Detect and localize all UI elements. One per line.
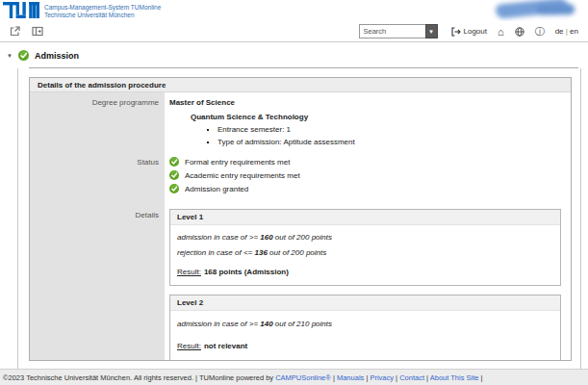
result-label: Result: xyxy=(177,342,201,350)
status-label: Status xyxy=(30,157,165,197)
status-item-label: Academic entry requirements met xyxy=(185,171,300,180)
header-titles: Campus-Management-System TUMonline Techn… xyxy=(44,4,161,18)
section-title: Admission xyxy=(35,51,79,61)
degree-title: Master of Science xyxy=(169,98,561,107)
tum-logo-icon xyxy=(3,2,39,18)
info-icon[interactable]: ⓘ xyxy=(535,27,545,37)
level-title: Level 1 xyxy=(170,210,560,225)
degree-subject: Quantum Science & Technology xyxy=(191,113,561,121)
level-result: Result:168 points (Admission) xyxy=(177,268,553,276)
language-en[interactable]: en xyxy=(570,27,578,36)
footer-link-about[interactable]: About This Site xyxy=(430,373,479,382)
panel-title: Details of the admission procedure xyxy=(30,78,571,92)
language-de[interactable]: de xyxy=(555,27,564,36)
language-switcher: de | en xyxy=(555,27,578,36)
status-item-label: Admission granted xyxy=(185,185,248,193)
level-title: Level 2 xyxy=(170,295,560,311)
level-result: Result:not relevant xyxy=(177,342,553,350)
footer-link-manuals[interactable]: Manuals xyxy=(337,373,364,382)
home-icon[interactable]: ⌂ xyxy=(498,27,504,37)
degree-bullet-list: Entrance semester: 1 Type of admission: … xyxy=(169,125,561,146)
degree-bullet: Entrance semester: 1 xyxy=(217,125,561,134)
status-row: Status Formal entry requirements met xyxy=(30,157,571,197)
details-value: Level 1 admission in case of >= 160 out … xyxy=(165,209,571,360)
status-item: Admission granted xyxy=(169,184,561,193)
result-value: 168 points (Admission) xyxy=(204,268,289,276)
search-dropdown-button[interactable]: ▾ xyxy=(425,24,438,38)
app-header: Campus-Management-System TUMonline Techn… xyxy=(0,0,588,21)
search-box: ▾ xyxy=(359,24,438,38)
toolbar: ▾ Logout ⌂ ⓘ de | en xyxy=(0,21,588,42)
open-new-window-icon[interactable] xyxy=(8,25,21,38)
panel-body: Degree programme Master of Science Quant… xyxy=(30,92,571,360)
admission-accordion-header[interactable]: ▼ Admission xyxy=(7,50,79,61)
degree-programme-row: Degree programme Master of Science Quant… xyxy=(30,92,571,146)
logout-arrow-icon xyxy=(451,27,461,37)
toggle-navigation-panel-icon[interactable] xyxy=(31,25,44,38)
status-ok-icon xyxy=(169,184,179,193)
admission-criterion: admission in case of >= 160 out of 200 p… xyxy=(177,233,553,242)
status-item-label: Formal entry requirements met xyxy=(185,158,290,167)
level-1-box: Level 1 admission in case of >= 160 out … xyxy=(169,209,561,286)
status-ok-icon xyxy=(169,157,179,167)
status-item: Academic entry requirements met xyxy=(169,170,561,180)
app-title: Campus-Management-System TUMonline xyxy=(44,4,161,12)
level-2-box: Level 2 admission in case of >= 140 out … xyxy=(169,295,561,360)
status-ok-icon xyxy=(18,50,29,61)
redacted-username-scribble xyxy=(495,0,569,19)
status-value: Formal entry requirements met Academic e… xyxy=(165,157,571,197)
degree-programme-value: Master of Science Quantum Science & Tech… xyxy=(165,92,571,146)
footer-link-campusonline[interactable]: CAMPUSonline® xyxy=(275,373,331,382)
footer-link-contact[interactable]: Contact xyxy=(399,373,424,382)
logout-label: Logout xyxy=(464,27,487,36)
status-item: Formal entry requirements met xyxy=(169,157,561,167)
admission-criterion: admission in case of >= 140 out of 210 p… xyxy=(177,320,553,328)
rejection-criterion: rejection in case of <= 136 out of 200 p… xyxy=(177,248,553,257)
language-divider: | xyxy=(566,27,568,36)
org-title: Technische Universität München xyxy=(44,12,161,19)
footer: ©2023 Technische Universität München. Al… xyxy=(0,369,588,385)
search-input[interactable] xyxy=(359,24,425,38)
copyright-text: ©2023 Technische Universität München. Al… xyxy=(3,373,275,382)
result-value: not relevant xyxy=(204,342,247,350)
details-row: Details Level 1 admission in case of >= … xyxy=(30,209,571,360)
collapse-triangle-icon[interactable]: ▼ xyxy=(7,53,13,59)
degree-bullet: Type of admission: Aptitude assessment xyxy=(217,138,561,146)
admission-details-panel: Details of the admission procedure Degre… xyxy=(29,77,572,361)
details-label: Details xyxy=(30,209,165,360)
degree-programme-label: Degree programme xyxy=(30,92,165,146)
status-ok-icon xyxy=(169,170,179,180)
footer-link-privacy[interactable]: Privacy xyxy=(370,373,394,382)
globe-icon[interactable] xyxy=(515,27,524,37)
result-label: Result: xyxy=(177,268,201,276)
logout-button[interactable]: Logout xyxy=(451,27,487,37)
